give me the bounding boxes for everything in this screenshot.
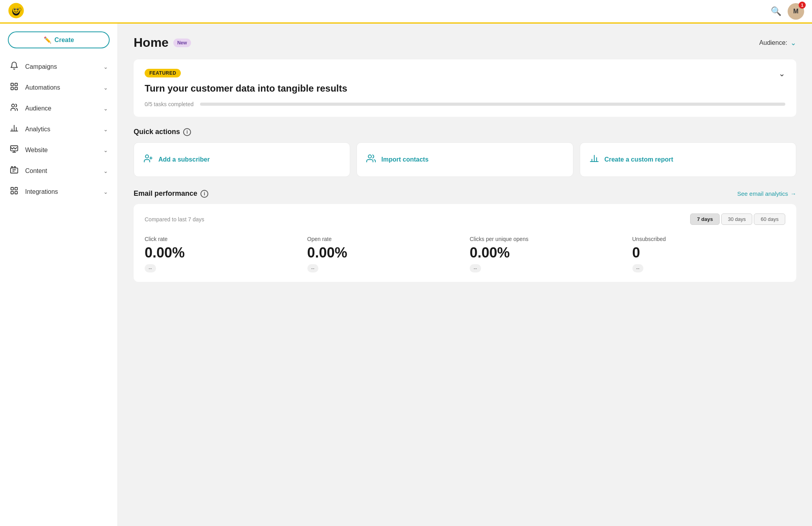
avatar[interactable]: M 1	[788, 3, 804, 20]
sidebar-item-integrations[interactable]: Integrations ⌄	[0, 181, 118, 202]
svg-rect-21	[11, 188, 13, 190]
metric-unsubscribed: Unsubscribed 0 --	[632, 236, 786, 272]
analytics-chevron: ⌄	[103, 126, 108, 132]
main-content: Home New Audience: ⌄ FEATURED Turn your …	[118, 24, 812, 526]
svg-point-28	[368, 155, 371, 158]
sidebar-item-campaigns[interactable]: Campaigns ⌄	[0, 56, 118, 77]
progress-text: 0/5 tasks completed	[145, 101, 194, 107]
see-analytics-label: See email analytics	[737, 190, 788, 197]
svg-rect-8	[11, 83, 13, 86]
unsubscribed-change: --	[632, 264, 644, 272]
audience-chevron: ⌄	[103, 105, 108, 112]
add-subscriber-label: Add a subscriber	[158, 156, 210, 163]
automations-label: Automations	[25, 84, 60, 91]
time-btn-30days[interactable]: 30 days	[721, 213, 753, 225]
svg-point-25	[145, 155, 149, 158]
custom-report-card[interactable]: Create a custom report	[580, 142, 796, 177]
content-label: Content	[25, 167, 47, 175]
featured-card: FEATURED Turn your customer data into ta…	[134, 59, 796, 117]
sidebar-item-website[interactable]: Website ⌄	[0, 140, 118, 160]
create-label: Create	[55, 37, 74, 44]
metric-click-rate: Click rate 0.00% --	[145, 236, 298, 272]
app-body: ✏️ Create Campaigns ⌄ Automations ⌄	[0, 24, 812, 526]
svg-rect-18	[11, 168, 18, 173]
page-header: Home New Audience: ⌄	[134, 35, 796, 50]
featured-collapse-icon[interactable]: ⌄	[779, 69, 785, 78]
svg-point-12	[12, 104, 15, 107]
topbar-right: 🔍 M 1	[771, 3, 804, 20]
quick-actions-grid: Add a subscriber Import contacts Create …	[134, 142, 796, 177]
analytics-icon	[9, 124, 19, 134]
svg-point-7	[19, 8, 21, 11]
website-label: Website	[25, 147, 48, 154]
new-badge: New	[173, 39, 191, 47]
audience-selector[interactable]: Audience: ⌄	[759, 39, 796, 47]
quick-actions-info-icon[interactable]: i	[183, 128, 191, 136]
add-subscriber-icon	[143, 154, 153, 166]
compared-text: Compared to last 7 days	[145, 216, 204, 223]
import-contacts-label: Import contacts	[381, 156, 428, 163]
clicks-unique-change: --	[470, 264, 481, 272]
automations-icon	[9, 82, 19, 93]
click-rate-label: Click rate	[145, 236, 298, 242]
custom-report-icon	[590, 154, 599, 166]
sidebar-item-content[interactable]: Content ⌄	[0, 160, 118, 181]
import-contacts-card[interactable]: Import contacts	[356, 142, 573, 177]
metric-clicks-unique: Clicks per unique opens 0.00% --	[470, 236, 623, 272]
open-rate-label: Open rate	[307, 236, 461, 242]
audience-icon	[9, 103, 19, 114]
svg-point-5	[14, 8, 15, 9]
email-performance-header: Email performance i See email analytics …	[134, 189, 796, 198]
time-buttons: 7 days 30 days 60 days	[690, 213, 785, 225]
clicks-unique-label: Clicks per unique opens	[470, 236, 623, 242]
logo[interactable]	[8, 2, 24, 20]
integrations-icon	[9, 186, 19, 197]
audience-label: Audience:	[759, 39, 787, 46]
quick-actions-header: Quick actions i	[134, 128, 796, 136]
content-chevron: ⌄	[103, 168, 108, 174]
search-icon[interactable]: 🔍	[771, 6, 781, 17]
campaigns-icon	[9, 61, 19, 72]
click-rate-value: 0.00%	[145, 245, 298, 261]
integrations-label: Integrations	[25, 188, 58, 195]
sidebar: ✏️ Create Campaigns ⌄ Automations ⌄	[0, 24, 118, 526]
audience-label: Audience	[25, 105, 51, 112]
campaigns-chevron: ⌄	[103, 64, 108, 70]
svg-rect-9	[15, 83, 17, 86]
email-performance-title: Email performance i	[134, 189, 208, 198]
unsubscribed-label: Unsubscribed	[632, 236, 786, 242]
performance-card: Compared to last 7 days 7 days 30 days 6…	[134, 204, 796, 282]
progress-bar-bg	[200, 103, 785, 106]
time-btn-60days[interactable]: 60 days	[754, 213, 785, 225]
custom-report-label: Create a custom report	[604, 156, 673, 163]
page-title: Home	[134, 35, 169, 50]
import-contacts-icon	[366, 154, 376, 166]
campaigns-label: Campaigns	[25, 63, 57, 70]
open-rate-value: 0.00%	[307, 245, 461, 261]
featured-title: Turn your customer data into tangible re…	[145, 83, 347, 94]
metrics-grid: Click rate 0.00% -- Open rate 0.00% -- C…	[145, 236, 785, 272]
svg-point-2	[13, 6, 20, 13]
automations-chevron: ⌄	[103, 85, 108, 91]
svg-rect-23	[11, 191, 13, 194]
metric-open-rate: Open rate 0.00% --	[307, 236, 461, 272]
progress-section: 0/5 tasks completed	[145, 101, 785, 107]
svg-rect-11	[15, 87, 17, 90]
create-button[interactable]: ✏️ Create	[8, 31, 110, 48]
svg-rect-24	[15, 191, 17, 194]
website-chevron: ⌄	[103, 147, 108, 153]
open-rate-change: --	[307, 264, 319, 272]
sidebar-item-automations[interactable]: Automations ⌄	[0, 77, 118, 98]
time-btn-7days[interactable]: 7 days	[690, 213, 719, 225]
sidebar-item-analytics[interactable]: Analytics ⌄	[0, 119, 118, 140]
sidebar-item-audience[interactable]: Audience ⌄	[0, 98, 118, 119]
see-analytics-link[interactable]: See email analytics →	[737, 190, 796, 197]
email-performance-info-icon[interactable]: i	[200, 190, 208, 198]
website-icon	[9, 145, 19, 155]
clicks-unique-value: 0.00%	[470, 245, 623, 261]
notification-badge: 1	[799, 2, 806, 9]
add-subscriber-card[interactable]: Add a subscriber	[134, 142, 350, 177]
topbar: 🔍 M 1	[0, 0, 812, 24]
quick-actions-title: Quick actions i	[134, 128, 191, 136]
svg-rect-22	[15, 188, 17, 190]
